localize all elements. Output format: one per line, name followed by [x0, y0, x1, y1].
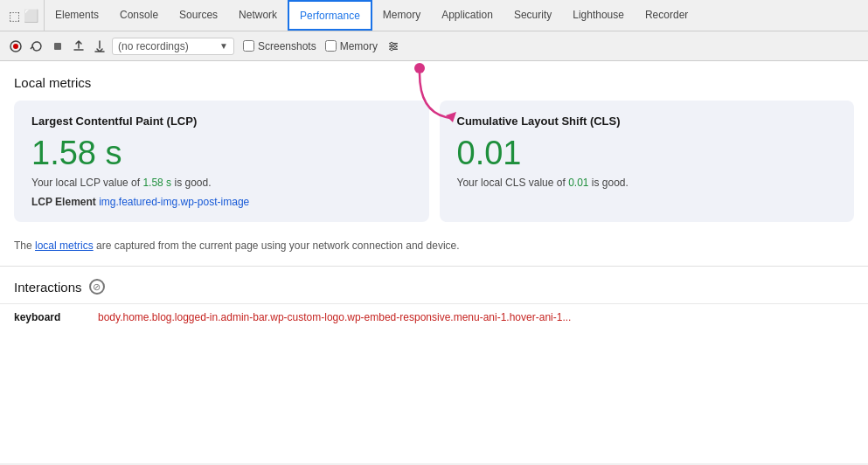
info-suffix: are captured from the current page using… — [94, 239, 460, 252]
metrics-cards-row: Largest Contentful Paint (LCP) 1.58 s Yo… — [0, 101, 868, 232]
device-icon[interactable]: ⬜ — [24, 9, 38, 23]
screenshots-checkbox[interactable] — [243, 40, 254, 52]
devtools-tab-bar: ⬚ ⬜ Elements Console Sources Network Per… — [0, 0, 868, 31]
devtools-icon-group: ⬚ ⬜ — [3, 0, 45, 31]
tab-performance[interactable]: Performance — [288, 0, 372, 31]
svg-point-6 — [391, 42, 393, 45]
lcp-desc-prefix: Your local LCP value of — [31, 177, 142, 189]
cls-desc-prefix: Your local CLS value of — [457, 177, 569, 189]
block-icon: ⊘ — [89, 279, 105, 295]
cls-title: Cumulative Layout Shift (CLS) — [457, 115, 837, 128]
lcp-element-link[interactable]: img.featured-img.wp-post-image — [99, 196, 249, 208]
interaction-value[interactable]: body.home.blog.logged-in.admin-bar.wp-cu… — [98, 311, 571, 323]
lcp-element-label: LCP Element — [31, 196, 96, 208]
svg-rect-2 — [54, 43, 61, 50]
local-metrics-link[interactable]: local metrics — [35, 239, 94, 252]
dropdown-arrow-icon: ▼ — [219, 41, 228, 51]
settings-icon[interactable] — [385, 38, 402, 55]
tab-elements[interactable]: Elements — [45, 0, 109, 31]
stop-button[interactable] — [49, 38, 66, 55]
local-metrics-title: Local metrics — [0, 61, 868, 101]
tab-console[interactable]: Console — [109, 0, 169, 31]
tab-security[interactable]: Security — [503, 0, 562, 31]
main-content: Local metrics Largest Contentful Paint (… — [0, 61, 868, 463]
recordings-value: (no recordings) — [118, 40, 189, 52]
interaction-row: keyboard body.home.blog.logged-in.admin-… — [0, 303, 868, 330]
svg-point-8 — [391, 47, 393, 50]
tab-network[interactable]: Network — [228, 0, 288, 31]
screenshots-label: Screenshots — [258, 40, 316, 52]
lcp-element-row: LCP Element img.featured-img.wp-post-ima… — [31, 196, 412, 208]
tab-application[interactable]: Application — [431, 0, 503, 31]
performance-toolbar: (no recordings) ▼ Screenshots Memory — [0, 31, 868, 61]
cls-description: Your local CLS value of 0.01 is good. — [457, 177, 837, 189]
interaction-key: keyboard — [14, 311, 84, 323]
lcp-title: Largest Contentful Paint (LCP) — [31, 115, 412, 128]
screenshots-checkbox-label[interactable]: Screenshots — [243, 40, 316, 52]
cls-desc-highlight: 0.01 — [568, 177, 588, 189]
reload-record-button[interactable] — [28, 38, 45, 55]
memory-label: Memory — [340, 40, 378, 52]
upload-button[interactable] — [70, 38, 87, 55]
info-prefix: The — [14, 239, 35, 252]
lcp-desc-suffix: is good. — [171, 177, 211, 189]
memory-checkbox[interactable] — [325, 40, 337, 52]
interactions-title: Interactions — [14, 280, 82, 295]
lcp-desc-highlight: 1.58 s — [142, 177, 171, 189]
cls-value: 0.01 — [457, 136, 837, 170]
tab-lighthouse[interactable]: Lighthouse — [562, 0, 635, 31]
interactions-header: Interactions ⊘ — [0, 267, 868, 303]
tab-recorder[interactable]: Recorder — [635, 0, 698, 31]
download-button[interactable] — [91, 38, 108, 55]
tab-memory[interactable]: Memory — [372, 0, 431, 31]
record-button[interactable] — [7, 38, 24, 55]
lcp-card: Largest Contentful Paint (LCP) 1.58 s Yo… — [14, 101, 429, 222]
inspect-icon[interactable]: ⬚ — [9, 9, 20, 23]
cls-card: Cumulative Layout Shift (CLS) 0.01 Your … — [440, 101, 855, 222]
memory-checkbox-label[interactable]: Memory — [325, 40, 378, 52]
svg-point-7 — [394, 45, 397, 47]
cls-desc-suffix: is good. — [589, 177, 628, 189]
lcp-value: 1.58 s — [31, 136, 412, 170]
svg-point-1 — [13, 44, 18, 49]
lcp-description: Your local LCP value of 1.58 s is good. — [31, 177, 412, 189]
tab-sources[interactable]: Sources — [169, 0, 228, 31]
recordings-dropdown[interactable]: (no recordings) ▼ — [112, 38, 234, 55]
info-row: The local metrics are captured from the … — [0, 232, 868, 266]
